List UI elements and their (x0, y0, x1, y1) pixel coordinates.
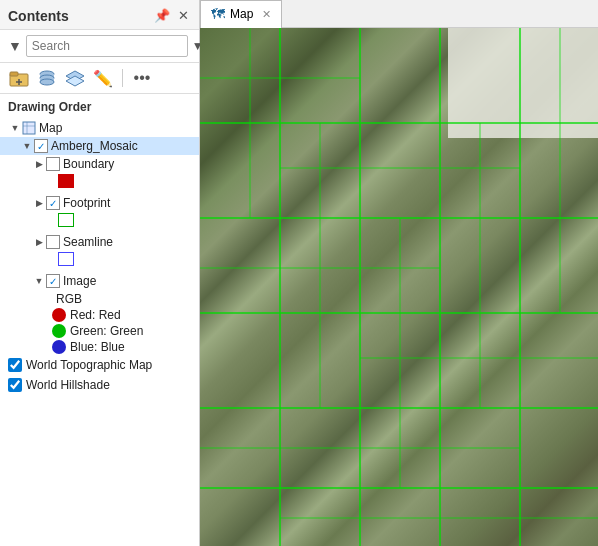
svg-point-8 (40, 79, 54, 85)
blue-dot (52, 340, 66, 354)
world-hillshade-label: World Hillshade (26, 378, 110, 392)
boundary-checkbox[interactable] (46, 157, 60, 171)
search-input[interactable] (26, 35, 188, 57)
map-area: 🗺 Map ✕ (200, 0, 598, 546)
tree-item-seamline[interactable]: ▶ Seamline (0, 233, 199, 251)
footprint-checkbox[interactable]: ✓ (46, 196, 60, 210)
world-hillshade-row[interactable]: World Hillshade (0, 375, 199, 395)
database-icon[interactable] (36, 67, 58, 89)
footprint-color-swatch (58, 213, 74, 227)
contents-panel: Contents 📌 ✕ ▼ ▼ (0, 0, 200, 546)
seamline-label: Seamline (63, 235, 113, 249)
map-icon (22, 121, 36, 135)
footprint-label: Footprint (63, 196, 110, 210)
svg-rect-11 (23, 122, 35, 134)
world-hillshade-checkbox[interactable] (8, 378, 22, 392)
panel-header: Contents 📌 ✕ (0, 0, 199, 30)
map-label: Map (39, 121, 62, 135)
world-topo-label: World Topographic Map (26, 358, 152, 372)
expand-boundary-icon: ▶ (32, 157, 46, 171)
rgb-label: RGB (56, 292, 82, 306)
map-tab-bar: 🗺 Map ✕ (200, 0, 598, 28)
svg-rect-1 (10, 72, 18, 76)
world-topo-row[interactable]: World Topographic Map (0, 355, 199, 375)
filter-icon: ▼ (8, 38, 22, 54)
rgb-green-row: Green: Green (0, 323, 199, 339)
tree-item-footprint[interactable]: ▶ ✓ Footprint (0, 194, 199, 212)
map-tab-close-button[interactable]: ✕ (262, 8, 271, 21)
expand-footprint-icon: ▶ (32, 196, 46, 210)
tree-item-image[interactable]: ▼ ✓ Image (0, 272, 199, 290)
pencil-icon[interactable]: ✏️ (92, 67, 114, 89)
blue-label: Blue: Blue (70, 340, 125, 354)
red-label: Red: Red (70, 308, 121, 322)
map-tab-label: Map (230, 7, 253, 21)
more-options-icon[interactable]: ••• (131, 67, 153, 89)
pin-button[interactable]: 📌 (152, 6, 172, 25)
seamline-checkbox[interactable] (46, 235, 60, 249)
close-panel-button[interactable]: ✕ (176, 6, 191, 25)
panel-header-actions: 📌 ✕ (152, 6, 191, 25)
image-label: Image (63, 274, 96, 288)
seamline-color-swatch (58, 252, 74, 266)
rgb-blue-row: Blue: Blue (0, 339, 199, 355)
add-folder-icon[interactable] (8, 67, 30, 89)
tree-item-boundary[interactable]: ▶ Boundary (0, 155, 199, 173)
footprint-swatch-row (0, 212, 199, 233)
green-dot (52, 324, 66, 338)
topo-area (448, 28, 598, 138)
rgb-red-row: Red: Red (0, 307, 199, 323)
map-viewport[interactable] (200, 28, 598, 546)
red-dot (52, 308, 66, 322)
amberg-mosaic-label: Amberg_Mosaic (51, 139, 138, 153)
toolbar-row: ✏️ ••• (0, 63, 199, 94)
boundary-swatch-row (0, 173, 199, 194)
toolbar-divider (122, 69, 123, 87)
map-tab-icon: 🗺 (211, 6, 225, 22)
expand-amberg-icon: ▼ (20, 139, 34, 153)
layer-icon[interactable] (64, 67, 86, 89)
map-tab[interactable]: 🗺 Map ✕ (200, 0, 282, 28)
expand-image-icon: ▼ (32, 274, 46, 288)
amberg-checkbox[interactable]: ✓ (34, 139, 48, 153)
boundary-color-swatch (58, 174, 74, 188)
tree-item-map[interactable]: ▼ Map (0, 119, 199, 137)
tree-item-amberg-mosaic[interactable]: ▼ ✓ Amberg_Mosaic (0, 137, 199, 155)
green-label: Green: Green (70, 324, 143, 338)
expand-seamline-icon: ▶ (32, 235, 46, 249)
boundary-label: Boundary (63, 157, 114, 171)
expand-map-icon: ▼ (8, 121, 22, 135)
drawing-order-label: Drawing Order (0, 94, 199, 117)
seamline-swatch-row (0, 251, 199, 272)
panel-title: Contents (8, 8, 69, 24)
world-topo-checkbox[interactable] (8, 358, 22, 372)
layer-tree: ▼ Map ▼ ✓ Amberg_Mosaic ▶ Boundary (0, 117, 199, 546)
rgb-label-row: RGB (0, 290, 199, 307)
image-checkbox[interactable]: ✓ (46, 274, 60, 288)
search-bar: ▼ ▼ (0, 30, 199, 63)
